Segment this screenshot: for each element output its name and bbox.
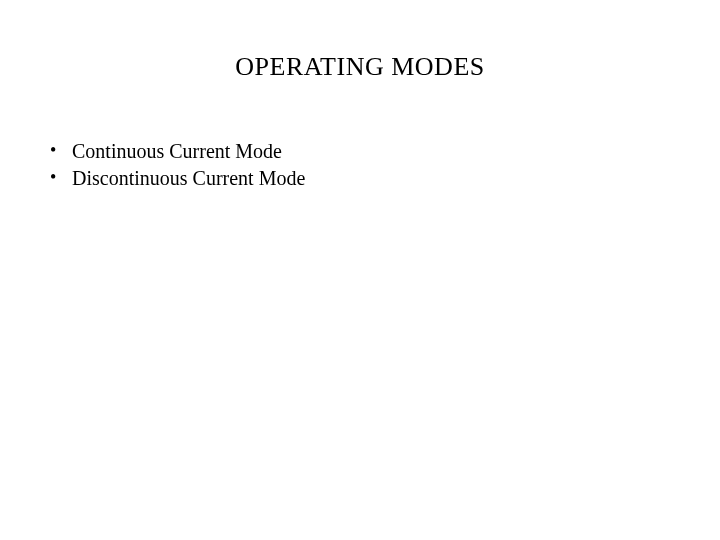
- slide-title: OPERATING MODES: [0, 52, 720, 82]
- bullet-list: Continuous Current Mode Discontinuous Cu…: [50, 138, 305, 192]
- list-item: Discontinuous Current Mode: [50, 165, 305, 192]
- list-item: Continuous Current Mode: [50, 138, 305, 165]
